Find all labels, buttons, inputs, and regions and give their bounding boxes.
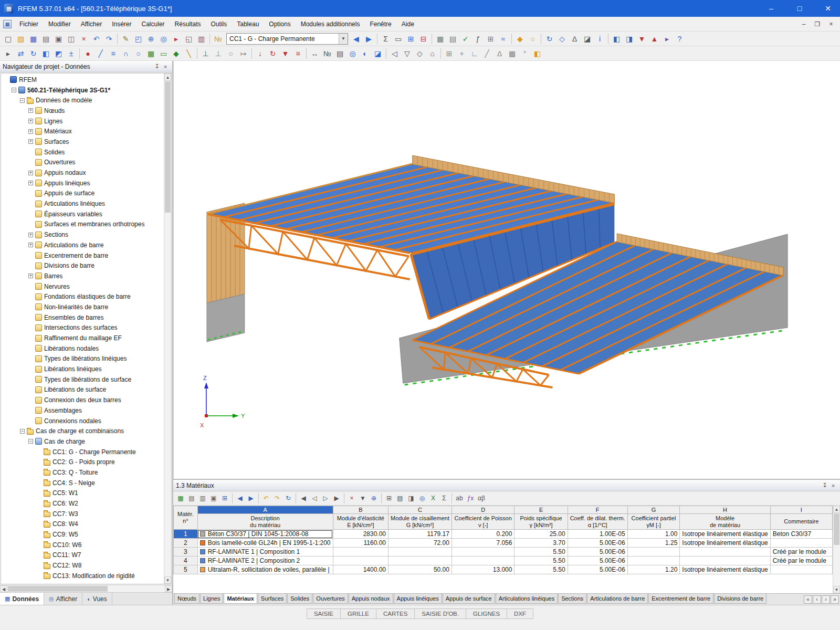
tree-item-articulations-lineiques[interactable]: Articulations linéiques [1,198,164,209]
go-next-icon[interactable]: ▷ [320,493,331,503]
rotate-view-icon[interactable]: ↻ [543,33,555,45]
move-copy-icon[interactable]: ⇄ [15,47,27,59]
numbering-icon[interactable]: № [212,33,224,45]
cell-B[interactable]: 1160.00 [333,539,388,548]
cell-C[interactable] [388,556,452,565]
cell-H[interactable] [680,548,770,556]
new-member-icon[interactable]: ╲ [183,47,195,59]
menu-item-aide[interactable]: Aide [397,18,419,30]
table-vertical-scrollbar[interactable]: ▲ ▼ [833,506,840,593]
render-icon[interactable]: ◆ [514,33,526,45]
tree-item-cas-de-charge-et-combinaisons[interactable]: −Cas de charge et combinaisons [1,426,164,436]
eccentricity-icon[interactable]: ↦ [237,47,249,59]
chevron-down-icon[interactable]: ▼ [339,34,348,44]
column-letter-A[interactable]: A [197,506,333,514]
column-letter-B[interactable]: B [333,506,388,514]
table-row[interactable]: 1Béton C30/37 | DIN 1045-1:2008-082830.0… [174,530,833,539]
column-letter-G[interactable]: G [627,506,680,514]
select-icon[interactable]: ▸ [2,47,14,59]
viewport-canvas[interactable]: ZYX [174,61,840,479]
tree-item-types-de-liberations-de-surface[interactable]: Types de libérations de surface [1,374,164,385]
sheet-tab-articulations-de-barre[interactable]: Articulations de barre [587,594,648,604]
new-model-icon[interactable]: ▢ [2,33,14,45]
tree-item-assemblages[interactable]: Assemblages [1,405,164,416]
delete-icon[interactable]: × [78,33,90,45]
layers-icon[interactable]: ▤ [334,47,346,59]
table-view-icon[interactable]: ▤ [186,493,197,503]
table-row[interactable]: 2Bois lamellé-collé GL24h | EN 1995-1-1:… [174,539,833,548]
go-first-icon[interactable]: ◀ [298,493,309,503]
menu-item-inserer[interactable]: Insérer [107,18,136,30]
expand-icon[interactable]: + [28,171,33,175]
sheet-tab-sections[interactable]: Sections [558,594,586,604]
picture-icon[interactable]: ◨ [406,493,416,503]
scrollbar-track[interactable] [833,545,840,586]
tree-item-lignes[interactable]: +Lignes [1,116,164,127]
expand-icon[interactable]: + [28,243,33,247]
sheet-tab-appuis-lineiques[interactable]: Appuis linéiques [394,594,442,604]
go-last-icon[interactable]: ▶ [331,493,342,503]
preview-icon[interactable]: ◫ [65,33,77,45]
perspective-icon[interactable]: ⌂ [426,47,438,59]
row-copy-icon[interactable]: ▣ [208,493,219,503]
new-arc-icon[interactable]: ∩ [120,47,132,59]
cell-A[interactable]: RF-LAMINATE 1 | Composition 1 [197,548,333,556]
collapse-icon[interactable]: − [12,88,16,92]
table-grid-icon[interactable]: ⊞ [384,493,394,503]
status-cartes[interactable]: CARTES [376,608,415,619]
grid-table-icon[interactable]: ▦ [434,33,446,45]
close-button[interactable]: ✕ [816,0,840,17]
scrollbar-thumb[interactable] [834,513,839,545]
new-opening-icon[interactable]: ▭ [158,47,170,59]
go-last-icon[interactable]: » [831,595,839,604]
list-table-icon[interactable]: ▤ [447,33,459,45]
mesh-icon[interactable]: ⊞ [485,33,497,45]
cell-F[interactable]: 5.00E-06 [568,548,627,556]
sheet-tab-ouvertures[interactable]: Ouvertures [313,594,348,604]
status-saisie-d-ob[interactable]: SAISIE D'OB. [415,608,466,619]
view-x-icon[interactable]: ◁ [388,47,401,59]
collapse-icon[interactable]: − [20,429,25,434]
tables-window-icon[interactable]: ▥ [195,33,207,45]
mirror-icon[interactable]: ◧ [40,47,52,59]
navigator-vertical-scrollbar[interactable]: ▲ ▼ [164,74,171,584]
cell-F[interactable]: 5.00E-06 [568,565,627,574]
navigator-tab-donnees[interactable]: ▦Données [0,593,44,605]
row-number[interactable]: 1 [174,530,198,539]
guidelines-icon[interactable]: ╱ [481,47,493,59]
cell-G[interactable]: 1.25 [627,539,680,548]
cell-G[interactable]: 1.20 [627,565,680,574]
sheet-tab-surfaces[interactable]: Surfaces [258,594,287,604]
refresh-icon[interactable]: ↻ [283,493,293,503]
expand-icon[interactable]: + [28,233,33,237]
column-letter-I[interactable]: I [770,506,832,514]
sheet-tab-materiaux[interactable]: Matériaux [224,594,257,604]
excel-icon[interactable]: X [428,493,438,503]
view-y-icon[interactable]: ▽ [401,47,413,59]
sheet-tab-appuis-de-surface[interactable]: Appuis de surface [443,594,495,604]
row-number[interactable]: 4 [174,556,198,565]
table-print-icon[interactable]: ▤ [395,493,405,503]
cell-B[interactable]: 1400.00 [333,565,388,574]
scale-icon[interactable]: ± [65,47,77,59]
close-icon[interactable]: × [829,482,837,489]
undo-icon[interactable]: ↶ [90,33,102,45]
save-icon[interactable]: ▦ [27,33,39,45]
clip-plane-icon[interactable]: ◪ [581,33,593,45]
navigator-tab-vues[interactable]: ◐Vues [82,593,112,605]
tree-item-cc2-g-poids-propre[interactable]: CC2: G - Poids propre [1,457,164,467]
cell-A[interactable]: Bois lamellé-collé GL24h | EN 1995-1-1:2… [197,539,333,548]
panel-down-icon[interactable]: ▼ [636,33,648,45]
cell-D[interactable]: 7.056 [452,539,514,548]
tree-item-articulations-de-barre[interactable]: +Articulations de barre [1,240,164,250]
sum-icon[interactable]: Σ [439,493,449,503]
cell-E[interactable]: 25.00 [514,530,568,539]
special-characters-icon[interactable]: αβ [476,493,487,503]
grid-icon[interactable]: ⊞ [443,47,455,59]
line-load-icon[interactable]: ≡ [292,47,304,59]
cell-D[interactable] [452,556,514,565]
table-row[interactable]: 4RF-LAMINATE 2 | Composition 25.505.00E-… [174,556,833,565]
cell-C[interactable] [388,548,452,556]
tree-item-types-de-liberations-lineiques[interactable]: Types de libérations linéiques [1,354,164,364]
new-surface-icon[interactable]: ▦ [145,47,157,59]
